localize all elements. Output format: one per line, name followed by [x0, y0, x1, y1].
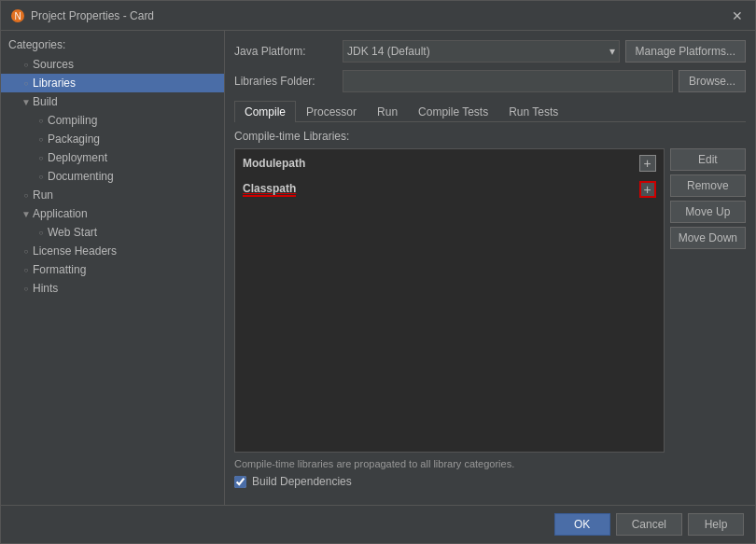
- dropdown-arrow-icon: ▾: [609, 45, 615, 58]
- libraries-folder-input[interactable]: [343, 70, 673, 92]
- dot-icon: ○: [35, 154, 48, 162]
- library-list: Modulepath + Classpath +: [234, 148, 665, 453]
- sidebar-item-formatting[interactable]: ○ Formatting: [1, 260, 224, 279]
- build-dependencies-checkbox[interactable]: [234, 476, 246, 488]
- classpath-add-button[interactable]: +: [639, 181, 656, 198]
- dot-icon: ○: [35, 117, 48, 125]
- tab-processor[interactable]: Processor: [296, 101, 367, 122]
- move-down-button[interactable]: Move Down: [670, 227, 746, 249]
- java-platform-row: Java Platform: JDK 14 (Default) ▾ Manage…: [234, 40, 746, 63]
- libraries-folder-row: Libraries Folder: Browse...: [234, 70, 746, 92]
- action-buttons: Edit Remove Move Up Move Down: [670, 148, 746, 453]
- sidebar-item-label: Web Start: [48, 226, 97, 239]
- tab-compile-tests[interactable]: Compile Tests: [408, 101, 498, 122]
- move-up-button[interactable]: Move Up: [670, 201, 746, 223]
- tab-run-tests[interactable]: Run Tests: [498, 101, 568, 122]
- modulepath-group: Modulepath +: [237, 151, 662, 175]
- close-button[interactable]: ✕: [729, 7, 746, 24]
- sidebar-item-hints[interactable]: ○ Hints: [1, 279, 224, 298]
- sidebar-item-label: Deployment: [48, 151, 107, 164]
- sidebar-item-label: Formatting: [33, 263, 86, 276]
- title-bar-left: N Project Properties - Card: [10, 8, 154, 23]
- browse-button[interactable]: Browse...: [679, 70, 746, 92]
- footer: OK Cancel Help: [1, 505, 755, 543]
- dialog-title: Project Properties - Card: [31, 9, 154, 22]
- dot-icon: ○: [35, 229, 48, 237]
- sidebar-item-build[interactable]: ▼ Build: [1, 92, 224, 111]
- sidebar-item-application[interactable]: ▼ Application: [1, 204, 224, 223]
- dot-icon: ○: [20, 285, 33, 293]
- modulepath-header: Modulepath +: [237, 151, 662, 175]
- classpath-group: Classpath +: [237, 177, 662, 202]
- dot-icon: ○: [20, 61, 33, 69]
- cancel-button[interactable]: Cancel: [616, 513, 682, 536]
- sidebar-item-licenseheaders[interactable]: ○ License Headers: [1, 242, 224, 260]
- java-platform-label: Java Platform:: [234, 45, 337, 58]
- classpath-header: Classpath +: [237, 177, 662, 202]
- arrow-icon: ▼: [20, 209, 33, 219]
- sidebar-item-compiling[interactable]: ○ Compiling: [1, 111, 224, 130]
- sidebar-item-label: Libraries: [33, 77, 76, 90]
- dot-icon: ○: [20, 79, 33, 88]
- sidebar-item-documenting[interactable]: ○ Documenting: [1, 167, 224, 186]
- sidebar-item-sources[interactable]: ○ Sources: [1, 55, 224, 74]
- libraries-area: Modulepath + Classpath +: [234, 148, 746, 453]
- libraries-section-label: Compile-time Libraries:: [234, 130, 746, 143]
- edit-button[interactable]: Edit: [670, 148, 746, 171]
- java-platform-value: JDK 14 (Default): [347, 45, 430, 58]
- help-button[interactable]: Help: [688, 513, 744, 536]
- main-content: Categories: ○ Sources ○ Libraries ▼ Buil…: [1, 31, 755, 505]
- sidebar-item-label: Run: [33, 188, 53, 202]
- tab-compile[interactable]: Compile: [234, 101, 296, 122]
- manage-platforms-button[interactable]: Manage Platforms...: [625, 40, 746, 63]
- sidebar-item-deployment[interactable]: ○ Deployment: [1, 148, 224, 167]
- sidebar-item-label: License Headers: [33, 244, 117, 258]
- sidebar-item-label: Compiling: [48, 114, 97, 127]
- modulepath-label: Modulepath: [243, 157, 305, 170]
- right-panel: Java Platform: JDK 14 (Default) ▾ Manage…: [225, 31, 755, 505]
- tabs-row: Compile Processor Run Compile Tests Run …: [234, 100, 746, 122]
- arrow-icon: ▼: [20, 97, 33, 107]
- sidebar-item-label: Application: [33, 207, 88, 220]
- sidebar-item-label: Build: [33, 95, 58, 108]
- classpath-label: Classpath: [243, 182, 296, 197]
- libraries-folder-label: Libraries Folder:: [234, 75, 337, 88]
- sidebar-item-webstart[interactable]: ○ Web Start: [1, 223, 224, 242]
- title-bar: N Project Properties - Card ✕: [1, 1, 755, 31]
- dot-icon: ○: [20, 247, 33, 256]
- svg-text:N: N: [14, 11, 21, 21]
- categories-label: Categories:: [1, 35, 224, 55]
- sidebar-item-run[interactable]: ○ Run: [1, 186, 224, 204]
- sidebar-item-label: Packaging: [48, 133, 100, 146]
- build-dependencies-row: Build Dependencies: [234, 475, 746, 488]
- java-platform-dropdown[interactable]: JDK 14 (Default) ▾: [343, 40, 620, 63]
- modulepath-add-button[interactable]: +: [639, 155, 656, 172]
- remove-button[interactable]: Remove: [670, 174, 746, 197]
- sidebar-item-label: Sources: [33, 58, 74, 71]
- build-dependencies-label: Build Dependencies: [252, 475, 352, 488]
- dot-icon: ○: [35, 135, 48, 144]
- bottom-note: Compile-time libraries are propagated to…: [234, 458, 746, 469]
- ok-button[interactable]: OK: [554, 513, 610, 536]
- sidebar: Categories: ○ Sources ○ Libraries ▼ Buil…: [1, 31, 225, 505]
- app-icon: N: [10, 8, 25, 23]
- tab-run[interactable]: Run: [367, 101, 408, 122]
- sidebar-item-label: Documenting: [48, 170, 114, 183]
- sidebar-item-label: Hints: [33, 282, 58, 295]
- dot-icon: ○: [35, 173, 48, 181]
- sidebar-item-libraries[interactable]: ○ Libraries: [1, 74, 224, 92]
- dot-icon: ○: [20, 191, 33, 200]
- dot-icon: ○: [20, 266, 33, 274]
- sidebar-item-packaging[interactable]: ○ Packaging: [1, 130, 224, 148]
- dialog: N Project Properties - Card ✕ Categories…: [0, 0, 756, 544]
